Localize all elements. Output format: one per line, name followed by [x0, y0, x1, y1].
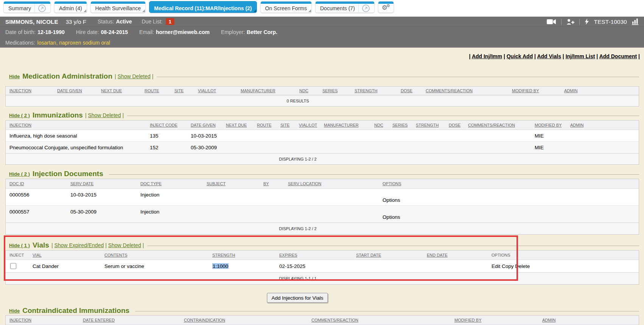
tab-admin-4[interactable]: Admin (4) [54, 1, 87, 13]
hide-link[interactable]: Hide ( 2 ) [9, 171, 30, 177]
col-subject[interactable]: SUBJECT [207, 181, 226, 186]
link-show-deleted[interactable]: Show Deleted [88, 112, 121, 118]
tab-summary[interactable]: Summary [3, 1, 51, 13]
col-inject: INJECT [9, 253, 24, 257]
gears-icon-small: ⚙ [386, 4, 390, 8]
col-route[interactable]: ROUTE [145, 88, 159, 93]
col-modified-by[interactable]: MODIFIED BY [535, 123, 562, 127]
col-next-due[interactable]: NEXT DUE [226, 123, 247, 127]
table-row: Cat DanderSerum or vaccine1:100002-15-20… [6, 260, 639, 272]
col-ndc[interactable]: NDC [374, 123, 383, 127]
col-contents[interactable]: CONTENTS [104, 253, 128, 257]
link-quick-add[interactable]: Quick Add [507, 53, 533, 59]
col-comments-reaction[interactable]: COMMENTS/REACTION [426, 88, 473, 93]
col-date-entered[interactable]: DATE ENTERED [83, 318, 115, 322]
col-injection[interactable]: INJECTION [9, 318, 31, 322]
link-copy[interactable]: Copy [502, 263, 514, 269]
col-doc-id[interactable]: DOC ID [9, 181, 24, 186]
col-route[interactable]: ROUTE [257, 123, 272, 127]
add-injections-for-vials-button[interactable]: Add Injections for Vials [267, 293, 328, 303]
col-date-given[interactable]: DATE GIVEN [57, 88, 82, 93]
col-strength[interactable]: STRENGTH [416, 123, 439, 127]
section-head-contraindicated-immunizations: HideContraindicated Immunizations [9, 306, 639, 315]
hide-link[interactable]: Hide ( 2 ) [9, 113, 30, 118]
col-contraindication[interactable]: CONTRAINDICATION [184, 318, 225, 322]
link-add-document[interactable]: Add Document [599, 53, 637, 59]
col-site[interactable]: SITE [174, 88, 184, 93]
medications-value[interactable]: losartan, naproxen sodium oral [37, 40, 110, 46]
settings-gears-button[interactable]: ⚙ ⚙ [378, 1, 394, 13]
link-options[interactable]: Options [383, 197, 400, 203]
selected-text: 1:1000 [212, 263, 229, 269]
col-series[interactable]: SERIES [392, 123, 408, 127]
col-manufacturer[interactable]: MANUFACTURER [324, 123, 359, 127]
col-comments-reaction[interactable]: COMMENTS/REACTION [311, 318, 358, 322]
col-doc-type[interactable]: DOC TYPE [140, 181, 162, 186]
popout-arrow-icon[interactable] [362, 5, 370, 12]
tab-medical-record-11-mar-injections-2[interactable]: Medical Record (11):MAR/Injections (2) [149, 1, 257, 13]
section-title: Immunizations [33, 111, 83, 119]
link-edit[interactable]: Edit [492, 263, 500, 269]
cell-mie: MIE [535, 145, 544, 150]
hide-link[interactable]: Hide [9, 74, 20, 79]
col-by[interactable]: BY [263, 181, 269, 186]
status-label: Status: [98, 19, 114, 25]
col-comments-reaction[interactable]: COMMENTS/REACTION [468, 123, 515, 127]
link-show-expired-ended[interactable]: Show Expired/Ended [54, 242, 104, 248]
bar-chart-icon[interactable] [632, 19, 639, 25]
col-admin[interactable]: ADMIN [542, 318, 555, 322]
section-links: | Show Deleted | [115, 73, 153, 79]
col-vial[interactable]: VIAL [33, 253, 42, 257]
col-admin[interactable]: ADMIN [564, 88, 577, 93]
col-injection[interactable]: INJECTION [9, 123, 31, 127]
link-add-vials[interactable]: Add Vials [537, 53, 561, 59]
col-serv-date[interactable]: SERV DATE [70, 181, 93, 186]
cell-05-30-2009: 05-30-2009 [191, 145, 217, 150]
col-inject-code[interactable]: INJECT CODE [150, 123, 177, 127]
col-strength[interactable]: STRENGTH [355, 88, 378, 93]
col-site[interactable]: SITE [280, 123, 289, 127]
col-manufacturer[interactable]: MANUFACTURER [241, 88, 275, 93]
link-show-deleted[interactable]: Show Deleted [118, 73, 151, 79]
col-admin[interactable]: ADMIN [570, 123, 583, 127]
divider [561, 19, 562, 25]
video-camera-icon[interactable] [547, 19, 556, 25]
tab-on-screen-forms[interactable]: On Screen Forms [260, 1, 312, 13]
cell-135: 135 [150, 133, 159, 139]
person-add-icon[interactable] [566, 19, 574, 25]
col-injection[interactable]: INJECTION [9, 88, 31, 93]
col-dose[interactable]: DOSE [449, 123, 460, 127]
col-series[interactable]: SERIES [322, 88, 338, 93]
col-options[interactable]: OPTIONS [383, 181, 401, 186]
link-show-deleted[interactable]: Show Deleted [108, 242, 141, 248]
col-dose[interactable]: DOSE [401, 88, 412, 93]
col-modified-by[interactable]: MODIFIED BY [512, 88, 539, 93]
link-options[interactable]: Options [383, 214, 400, 220]
link-add-inj-imm[interactable]: Add Inj/Imm [472, 53, 502, 59]
col-date-given[interactable]: DATE GIVEN [191, 123, 216, 127]
col-expires[interactable]: EXPIRES [279, 253, 297, 257]
col-ndc[interactable]: NDC [299, 88, 308, 93]
table-row: 000055705-30-2009InjectionOptions [6, 206, 639, 223]
col-vial-lot[interactable]: VIAL/LOT [299, 123, 317, 127]
popout-arrow-icon[interactable] [38, 5, 46, 12]
row-checkbox[interactable] [10, 263, 16, 269]
due-list-badge[interactable]: 1 [166, 18, 174, 25]
link-delete[interactable]: Delete [515, 263, 530, 269]
col-serv-location[interactable]: SERV LOCATION [288, 181, 321, 186]
tab-health-surveillance[interactable]: Health Surveillance [90, 1, 146, 13]
link-inj-imm-list[interactable]: Inj/Imm List [566, 53, 595, 59]
hide-link[interactable]: Hide [9, 308, 20, 314]
col-end-date[interactable]: END DATE [427, 253, 448, 257]
col-start-date[interactable]: START DATE [356, 253, 381, 257]
col-next-due[interactable]: NEXT DUE [101, 88, 122, 93]
section-head-injection-documents: Hide ( 2 )Injection Documents [9, 169, 639, 178]
lightning-bolt-icon[interactable] [585, 19, 589, 25]
section-title: Medication Administration [22, 72, 112, 80]
col-vial-lot[interactable]: VIAL/LOT [198, 88, 216, 93]
cell-1-1000: 1:1000 [212, 263, 229, 269]
col-modified-by[interactable]: MODIFIED BY [454, 318, 482, 322]
tab-documents-7[interactable]: Documents (7) [315, 1, 375, 13]
col-strength[interactable]: STRENGTH [212, 253, 235, 257]
hide-link[interactable]: Hide ( 1 ) [9, 243, 30, 248]
